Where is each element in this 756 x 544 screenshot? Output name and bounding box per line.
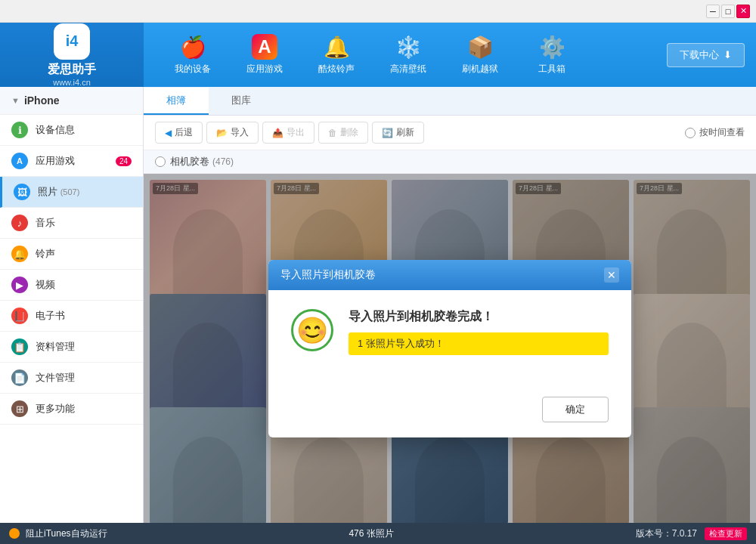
back-icon: ◀	[165, 128, 172, 138]
more-sidebar-icon: ⊞	[11, 400, 28, 417]
sidebar-item-device-info[interactable]: ℹ 设备信息	[0, 115, 143, 146]
sidebar-item-ebook[interactable]: 📕 电子书	[0, 301, 143, 332]
main-layout: ▼ iPhone ℹ 设备信息 A 应用游戏 24 🖼 照片 (507) ♪ 音…	[0, 87, 756, 523]
nav-items: 🍎 我的设备 A 应用游戏 🔔 酷炫铃声 ❄️ 高清壁纸 📦 刷机越狱 ⚙️ 工…	[144, 23, 667, 87]
wallpaper-icon: ❄️	[395, 35, 422, 60]
ringtone-sidebar-icon: 🔔	[11, 246, 28, 262]
video-sidebar-icon: ▶	[11, 277, 28, 293]
tools-icon: ⚙️	[539, 35, 565, 60]
nav-jailbreak[interactable]: 📦 刷机越狱	[446, 29, 514, 82]
download-center-button[interactable]: 下载中心 ⬇	[667, 43, 745, 67]
toolbar: ◀ 后退 📂 导入 📤 导出 🗑 删除 🔄 刷新 按时间查看	[144, 116, 756, 150]
import-icon: 📂	[216, 128, 228, 138]
delete-icon: 🗑	[328, 128, 337, 138]
photo-count-status: 476 张照片	[107, 527, 636, 540]
sidebar-item-video[interactable]: ▶ 视频	[0, 270, 143, 301]
logo-name: 爱思助手	[48, 62, 96, 78]
tab-album[interactable]: 相簿	[144, 88, 209, 115]
itunes-status: 阻止iTunes自动运行	[26, 527, 107, 540]
download-arrow-icon: ⬇	[723, 49, 732, 60]
view-by-time[interactable]: 按时间查看	[685, 126, 745, 139]
modal-body: 😊 导入照片到相机胶卷完成！ 1 张照片导入成功！	[268, 290, 631, 389]
update-button[interactable]: 检查更新	[705, 527, 747, 540]
confirm-button[interactable]: 确定	[542, 397, 609, 422]
filter-count: (476)	[212, 156, 234, 167]
appgame-badge: 24	[116, 156, 132, 166]
download-label: 下载中心	[680, 48, 719, 62]
minimize-button[interactable]: ─	[706, 5, 720, 18]
photos-count: (507)	[60, 187, 80, 196]
modal-footer: 确定	[268, 389, 631, 437]
ebook-sidebar-icon: 📕	[11, 308, 28, 324]
smiley-icon: 😊	[291, 309, 333, 351]
device-arrow-icon: ▼	[11, 96, 20, 105]
close-button[interactable]: ✕	[736, 5, 750, 18]
logo-icon: i4	[54, 23, 90, 60]
file-mgr-sidebar-icon: 📄	[11, 369, 28, 386]
nav-device[interactable]: 🍎 我的设备	[159, 29, 227, 82]
modal-header: 导入照片到相机胶卷 ✕	[268, 260, 631, 290]
sidebar-item-file-mgr[interactable]: 📄 文件管理	[0, 363, 143, 394]
sidebar-device: ▼ iPhone	[0, 87, 143, 115]
title-bar: ─ □ ✕	[0, 0, 756, 23]
modal-content-row: 😊 导入照片到相机胶卷完成！ 1 张照片导入成功！	[291, 309, 609, 355]
modal-close-button[interactable]: ✕	[604, 267, 619, 283]
logo-url: www.i4.cn	[53, 78, 91, 87]
success-bar: 1 张照片导入成功！	[349, 332, 609, 355]
sidebar-item-appgame[interactable]: A 应用游戏 24	[0, 146, 143, 177]
info-icon: ℹ	[11, 122, 28, 138]
sidebar-item-data-mgr[interactable]: 📋 资料管理	[0, 332, 143, 363]
version-label: 版本号：7.0.17	[636, 527, 697, 540]
maximize-button[interactable]: □	[721, 5, 735, 18]
sidebar-item-music[interactable]: ♪ 音乐	[0, 208, 143, 239]
appgame-sidebar-icon: A	[11, 153, 28, 169]
modal-message: 导入照片到相机胶卷完成！ 1 张照片导入成功！	[349, 309, 609, 355]
refresh-icon: 🔄	[382, 128, 393, 138]
data-mgr-sidebar-icon: 📋	[11, 338, 28, 355]
logo-area: i4 爱思助手 www.i4.cn	[0, 23, 144, 87]
back-button[interactable]: ◀ 后退	[155, 122, 203, 144]
photos-sidebar-icon: 🖼	[14, 184, 30, 200]
modal-title: 导入照片到相机胶卷	[280, 268, 376, 282]
filter-bar: 相机胶卷 (476)	[144, 150, 756, 174]
top-nav: i4 爱思助手 www.i4.cn 🍎 我的设备 A 应用游戏 🔔 酷炫铃声 ❄…	[0, 23, 756, 87]
apple-icon: 🍎	[180, 35, 206, 60]
export-icon: 📤	[272, 128, 284, 138]
import-button[interactable]: 📂 导入	[206, 122, 259, 144]
filter-label: 相机胶卷	[170, 155, 209, 168]
sidebar-item-more[interactable]: ⊞ 更多功能	[0, 394, 143, 425]
jailbreak-icon: 📦	[467, 35, 494, 60]
nav-wallpaper[interactable]: ❄️ 高清壁纸	[374, 29, 442, 82]
nav-ringtone[interactable]: 🔔 酷炫铃声	[302, 29, 370, 82]
content-area: 相簿 图库 ◀ 后退 📂 导入 📤 导出 🗑 删除	[144, 87, 756, 523]
tab-bar: 相簿 图库	[144, 87, 756, 116]
tab-gallery[interactable]: 图库	[209, 88, 274, 115]
music-sidebar-icon: ♪	[11, 215, 28, 231]
status-left: 阻止iTunes自动运行	[9, 527, 107, 540]
photo-grid: 7月28日 星... 7月28日 星... 7月28日 星... 设定锁定屏幕 …	[144, 174, 756, 523]
sidebar-item-photos[interactable]: 🖼 照片 (507)	[0, 177, 143, 208]
sidebar: ▼ iPhone ℹ 设备信息 A 应用游戏 24 🖼 照片 (507) ♪ 音…	[0, 87, 144, 523]
nav-right: 下载中心 ⬇	[667, 43, 745, 67]
sidebar-item-ringtone[interactable]: 🔔 铃声	[0, 239, 143, 270]
status-bar: 阻止iTunes自动运行 476 张照片 版本号：7.0.17 检查更新	[0, 523, 756, 544]
appgame-icon: A	[252, 34, 277, 60]
import-success-modal: 导入照片到相机胶卷 ✕ 😊 导入照片到相机胶卷完成！ 1 张照片导入成功！	[268, 260, 631, 437]
status-indicator	[9, 528, 20, 539]
modal-overlay: 导入照片到相机胶卷 ✕ 😊 导入照片到相机胶卷完成！ 1 张照片导入成功！	[144, 174, 756, 523]
nav-appgame[interactable]: A 应用游戏	[231, 29, 299, 82]
refresh-button[interactable]: 🔄 刷新	[372, 122, 424, 144]
export-button[interactable]: 📤 导出	[262, 122, 314, 144]
status-right: 版本号：7.0.17 检查更新	[636, 527, 747, 540]
delete-button[interactable]: 🗑 删除	[318, 122, 368, 144]
filter-radio-icon	[155, 156, 166, 167]
nav-tools[interactable]: ⚙️ 工具箱	[518, 29, 586, 82]
modal-main-text: 导入照片到相机胶卷完成！	[349, 309, 609, 325]
view-radio-icon	[685, 128, 696, 138]
bell-icon: 🔔	[324, 35, 350, 60]
